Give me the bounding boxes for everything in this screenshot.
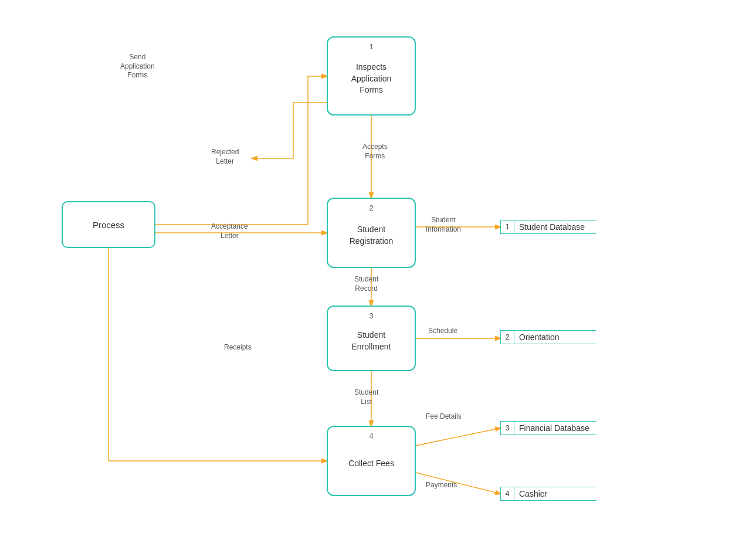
data-store-3: 3 Financial Database	[500, 421, 596, 435]
ds2-number: 2	[500, 330, 514, 344]
flow-label-accepts: AcceptsForms	[362, 142, 388, 161]
bubble-2: 2 StudentRegistration	[327, 198, 416, 268]
flow-label-send: SendApplicationForms	[120, 53, 155, 80]
ds3-number: 3	[500, 421, 514, 435]
process-box: Process	[62, 201, 155, 248]
ds4-number: 4	[500, 487, 514, 501]
data-store-2: 2 Orientation	[500, 330, 596, 344]
svg-line-6	[416, 428, 500, 446]
process-label: Process	[93, 220, 124, 230]
ds1-number: 1	[500, 220, 514, 234]
ds2-label: Orientation	[514, 330, 596, 344]
flow-label-payments: Payments	[426, 481, 457, 490]
flow-label-student-record: StudentRecord	[354, 275, 378, 293]
flow-label-acceptance: AcceptanceLetter	[211, 222, 248, 240]
bubble-2-label: StudentRegistration	[350, 224, 394, 247]
data-store-1: 1 Student Database	[500, 220, 596, 234]
flow-label-student-list: StudentList	[354, 388, 378, 406]
bubble-4-number: 4	[369, 432, 373, 440]
ds3-label: Financial Database	[514, 421, 596, 435]
flow-label-schedule: Schedule	[428, 327, 457, 336]
bubble-4-label: Collect Fees	[348, 458, 394, 470]
ds1-label: Student Database	[514, 220, 596, 234]
ds4-label: Cashier	[514, 487, 596, 501]
bubble-1: 1 InspectsApplicationForms	[327, 36, 416, 116]
data-store-4: 4 Cashier	[500, 487, 596, 501]
bubble-2-number: 2	[369, 203, 373, 212]
flow-label-student-info: StudentInformation	[426, 216, 461, 234]
bubble-3: 3 StudentEnrollment	[327, 306, 416, 371]
bubble-1-number: 1	[369, 42, 373, 51]
bubble-1-label: InspectsApplicationForms	[351, 62, 392, 96]
bubble-3-label: StudentEnrollment	[352, 330, 391, 352]
flow-label-receipts: Receipts	[224, 343, 252, 352]
flow-label-rejected: RejectedLetter	[211, 148, 239, 166]
bubble-3-number: 3	[369, 311, 373, 320]
bubble-4: 4 Collect Fees	[327, 426, 416, 496]
flow-label-fee-details: Fee Details	[426, 412, 462, 422]
